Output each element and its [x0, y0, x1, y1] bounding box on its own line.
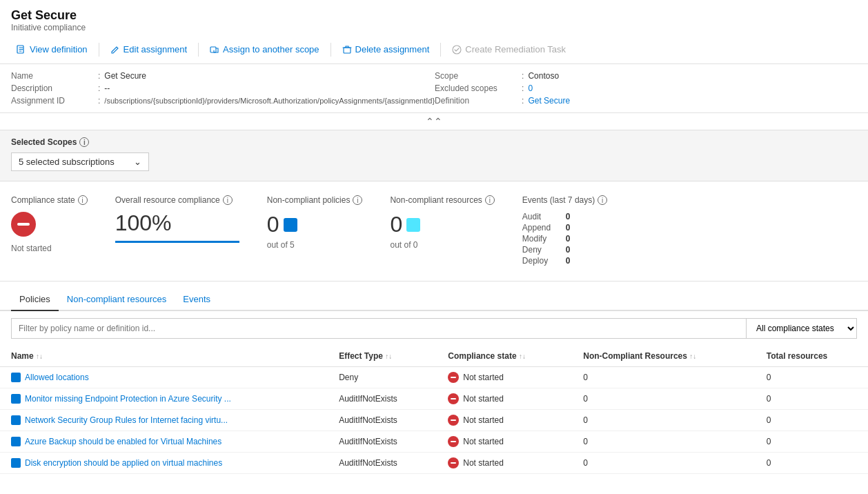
state-icon-4	[448, 457, 459, 468]
policy-link-3[interactable]: Azure Backup should be enabled for Virtu…	[11, 437, 317, 446]
scopes-label: Selected Scopes i	[11, 137, 857, 147]
cell-total-0: 0	[756, 367, 868, 388]
excluded-scopes-row: Excluded scopes : 0	[435, 83, 857, 93]
info-section: Name : Get Secure Scope : Contoso Descri…	[0, 64, 868, 113]
table-body: Allowed locations Deny Not started 0 0 M…	[0, 367, 868, 474]
compliance-state-info-icon[interactable]: i	[78, 195, 88, 205]
cell-effect-3: AuditIfNotExists	[328, 431, 437, 453]
cell-effect-1: AuditIfNotExists	[328, 388, 437, 410]
policies-table: Name ↑↓ Effect Type ↑↓ Compliance state …	[0, 346, 868, 474]
cell-non-compliant-1: 0	[572, 388, 756, 410]
cell-name-2: Network Security Group Rules for Interne…	[0, 410, 328, 431]
delete-assignment-button[interactable]: Delete assignment	[337, 41, 435, 58]
chevron-down-icon: ⌄	[134, 157, 141, 167]
toolbar-separator-2	[198, 43, 199, 57]
event-deploy-row: Deploy 0	[522, 256, 607, 266]
overall-compliance-metric: Overall resource compliance i 100%	[115, 195, 239, 243]
cell-total-3: 0	[756, 431, 868, 453]
row-icon-0	[11, 373, 21, 382]
toolbar-separator-4	[440, 43, 441, 57]
row-icon-4	[11, 458, 21, 468]
cell-effect-4: AuditIfNotExists	[328, 453, 437, 474]
view-definition-button[interactable]: View definition	[11, 41, 93, 58]
row-icon-1	[11, 394, 21, 404]
state-icon-2	[448, 415, 459, 426]
collapse-button[interactable]: ⌃⌃	[426, 116, 442, 127]
cell-name-3: Azure Backup should be enabled for Virtu…	[0, 431, 328, 453]
cell-name-4: Disk encryption should be applied on vir…	[0, 453, 328, 474]
policy-cube-icon	[284, 218, 297, 232]
event-append-row: Append 0	[522, 223, 607, 233]
name-row: Name : Get Secure	[11, 71, 435, 81]
remediation-icon	[452, 45, 462, 55]
not-started-icon	[11, 212, 36, 237]
toolbar-separator-3	[331, 43, 331, 57]
svg-rect-1	[210, 47, 216, 52]
state-icon-1	[448, 393, 459, 404]
non-compliant-resources-label: Non-compliant resources i	[390, 195, 494, 205]
events-info-icon[interactable]: i	[598, 195, 607, 205]
scopes-dropdown[interactable]: 5 selected subscriptions ⌄	[11, 152, 149, 171]
assign-to-scope-button[interactable]: Assign to another scope	[204, 41, 324, 58]
resource-cube-icon	[406, 218, 420, 232]
overall-compliance-info-icon[interactable]: i	[223, 195, 233, 205]
page-header: Get Secure Initiative compliance	[0, 0, 868, 35]
tab-policies[interactable]: Policies	[11, 288, 59, 311]
col-total-resources: Total resources	[756, 346, 868, 367]
cell-total-4: 0	[756, 453, 868, 474]
row-icon-3	[11, 437, 21, 446]
col-compliance-state: Compliance state ↑↓	[437, 346, 572, 367]
non-compliant-policies-metric: Non-compliant policies i 0 out of 5	[267, 195, 363, 250]
edit-assignment-button[interactable]: Edit assignment	[105, 41, 193, 58]
cell-total-1: 0	[756, 388, 868, 410]
page-subtitle: Initiative compliance	[11, 23, 857, 32]
compliance-state-filter[interactable]: All compliance states	[747, 318, 857, 339]
policy-link-1[interactable]: Monitor missing Endpoint Protection in A…	[11, 394, 317, 404]
policy-link-2[interactable]: Network Security Group Rules for Interne…	[11, 415, 317, 425]
cell-non-compliant-0: 0	[572, 367, 756, 388]
non-compliant-sort-icon[interactable]: ↑↓	[689, 353, 696, 360]
non-compliant-policies-label: Non-compliant policies i	[267, 195, 363, 205]
policy-link-4[interactable]: Disk encryption should be applied on vir…	[11, 458, 317, 468]
cell-name-0: Allowed locations	[0, 367, 328, 388]
create-remediation-button[interactable]: Create Remediation Task	[446, 41, 571, 58]
cell-state-4: Not started	[437, 453, 572, 474]
cell-name-1: Monitor missing Endpoint Protection in A…	[0, 388, 328, 410]
events-label: Events (last 7 days) i	[522, 195, 607, 205]
toolbar-separator	[99, 43, 99, 57]
events-metric: Events (last 7 days) i Audit 0 Append 0 …	[522, 195, 607, 267]
collapse-bar: ⌃⌃	[0, 113, 868, 130]
definition-row: Definition : Get Secure	[435, 96, 857, 106]
policy-filter-input[interactable]	[11, 318, 747, 339]
col-effect-type: Effect Type ↑↓	[328, 346, 437, 367]
filter-section: All compliance states	[0, 311, 868, 346]
state-icon-0	[448, 372, 459, 383]
assign-scope-icon	[210, 45, 219, 55]
scopes-info-icon[interactable]: i	[79, 137, 89, 147]
table-row: Allowed locations Deny Not started 0 0	[0, 367, 868, 388]
non-compliant-resources-info-icon[interactable]: i	[485, 195, 495, 205]
cell-state-1: Not started	[437, 388, 572, 410]
cell-effect-0: Deny	[328, 367, 437, 388]
compliance-progress-bar	[115, 237, 239, 243]
row-icon-2	[11, 415, 21, 425]
non-compliant-policies-info-icon[interactable]: i	[353, 195, 362, 205]
table-header-row: Name ↑↓ Effect Type ↑↓ Compliance state …	[0, 346, 868, 367]
table-row: Disk encryption should be applied on vir…	[0, 453, 868, 474]
table-row: Network Security Group Rules for Interne…	[0, 410, 868, 431]
tab-events[interactable]: Events	[175, 288, 219, 311]
page-title: Get Secure	[11, 8, 857, 23]
cell-state-3: Not started	[437, 431, 572, 453]
table-row: Azure Backup should be enabled for Virtu…	[0, 431, 868, 453]
edit-icon	[110, 45, 120, 55]
cell-non-compliant-2: 0	[572, 410, 756, 431]
compliance-sort-icon[interactable]: ↑↓	[519, 353, 526, 360]
cell-state-0: Not started	[437, 367, 572, 388]
policy-link-0[interactable]: Allowed locations	[11, 373, 317, 382]
effect-sort-icon[interactable]: ↑↓	[385, 353, 392, 360]
name-sort-icon[interactable]: ↑↓	[36, 353, 43, 360]
tab-non-compliant-resources[interactable]: Non-compliant resources	[59, 288, 175, 311]
scope-row: Scope : Contoso	[435, 71, 857, 81]
tabs-nav: Policies Non-compliant resources Events	[0, 288, 868, 311]
overall-compliance-label: Overall resource compliance i	[115, 195, 239, 205]
